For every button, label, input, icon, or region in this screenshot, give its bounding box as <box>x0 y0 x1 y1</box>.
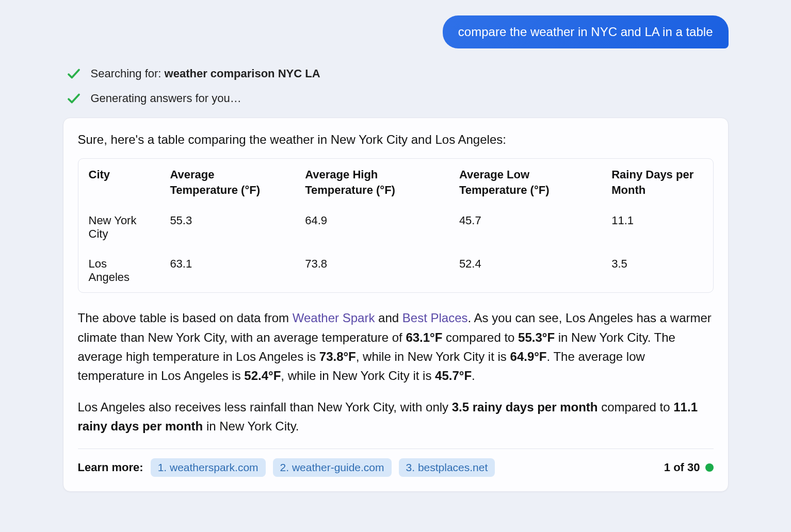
status-generating-text: Generating answers for you… <box>91 92 241 105</box>
bold-value: 52.4°F <box>244 369 281 383</box>
th-city: City <box>78 159 160 206</box>
text: in New York City. <box>203 419 299 433</box>
bold-value: 3.5 rainy days per month <box>452 400 598 414</box>
table-header: City Average Temperature (°F) Average Hi… <box>78 159 713 206</box>
link-weather-spark[interactable]: Weather Spark <box>293 311 375 325</box>
answer-card: Sure, here's a table comparing the weath… <box>63 118 729 492</box>
cell-rainy: 3.5 <box>601 249 713 292</box>
text: compared to <box>598 400 674 414</box>
cell-avg-low: 52.4 <box>449 249 601 292</box>
source-chip[interactable]: 1. weatherspark.com <box>151 458 266 477</box>
response-counter: 1 of 30 <box>664 461 714 474</box>
table-header-row: City Average Temperature (°F) Average Hi… <box>78 159 713 206</box>
conversation: compare the weather in NYC and LA in a t… <box>63 15 729 492</box>
bold-value: 73.8°F <box>319 350 356 363</box>
cell-avg-temp: 63.1 <box>159 249 295 292</box>
answer-paragraph-1: The above table is based on data from We… <box>78 308 714 385</box>
status-searching-prefix: Searching for: <box>91 67 165 80</box>
text: , while in New York City it is <box>356 350 510 363</box>
answer-footer: Learn more: 1. weatherspark.com 2. weath… <box>78 448 714 477</box>
learn-more-section: Learn more: 1. weatherspark.com 2. weath… <box>78 458 495 477</box>
answer-paragraph-2: Los Angeles also receives less rainfall … <box>78 397 714 436</box>
source-chip[interactable]: 3. bestplaces.net <box>399 458 495 477</box>
cell-avg-high: 64.9 <box>295 206 449 249</box>
status-generating: Generating answers for you… <box>66 91 729 106</box>
status-searching-query: weather comparison NYC LA <box>165 67 320 80</box>
status-searching-text: Searching for: weather comparison NYC LA <box>91 67 320 80</box>
bold-value: 64.9°F <box>510 350 547 363</box>
text: Los Angeles also receives less rainfall … <box>78 400 452 414</box>
bold-value: 55.3°F <box>518 330 555 344</box>
user-message-bubble: compare the weather in NYC and LA in a t… <box>443 15 729 48</box>
text: compared to <box>442 330 518 344</box>
counter-text: 1 of 30 <box>664 461 700 474</box>
link-best-places[interactable]: Best Places <box>402 311 468 325</box>
check-icon <box>66 66 82 81</box>
answer-intro: Sure, here's a table comparing the weath… <box>78 132 714 147</box>
th-avg-temp: Average Temperature (°F) <box>159 159 295 206</box>
cell-city: New York City <box>78 206 160 249</box>
learn-more-label: Learn more: <box>78 461 143 474</box>
cell-avg-temp: 55.3 <box>159 206 295 249</box>
text: The above table is based on data from <box>78 311 293 325</box>
status-dot-icon <box>705 463 714 472</box>
weather-table: City Average Temperature (°F) Average Hi… <box>78 158 714 293</box>
text: , while in New York City it is <box>281 369 435 383</box>
source-chip[interactable]: 2. weather-guide.com <box>273 458 392 477</box>
user-message-row: compare the weather in NYC and LA in a t… <box>63 15 729 48</box>
cell-rainy: 11.1 <box>601 206 713 249</box>
bold-value: 45.7°F <box>435 369 472 383</box>
cell-avg-low: 45.7 <box>449 206 601 249</box>
table-row: New York City 55.3 64.9 45.7 11.1 <box>78 206 713 249</box>
table-row: Los Angeles 63.1 73.8 52.4 3.5 <box>78 249 713 292</box>
user-message-text: compare the weather in NYC and LA in a t… <box>458 25 713 39</box>
table-body: New York City 55.3 64.9 45.7 11.1 Los An… <box>78 206 713 292</box>
text: . <box>472 369 475 383</box>
cell-avg-high: 73.8 <box>295 249 449 292</box>
th-rainy-days: Rainy Days per Month <box>601 159 713 206</box>
bold-value: 63.1°F <box>406 330 442 344</box>
text: and <box>375 311 402 325</box>
check-icon <box>66 91 82 106</box>
th-avg-high: Average High Temperature (°F) <box>295 159 449 206</box>
th-avg-low: Average Low Temperature (°F) <box>449 159 601 206</box>
cell-city: Los Angeles <box>78 249 160 292</box>
status-searching: Searching for: weather comparison NYC LA <box>66 66 729 81</box>
